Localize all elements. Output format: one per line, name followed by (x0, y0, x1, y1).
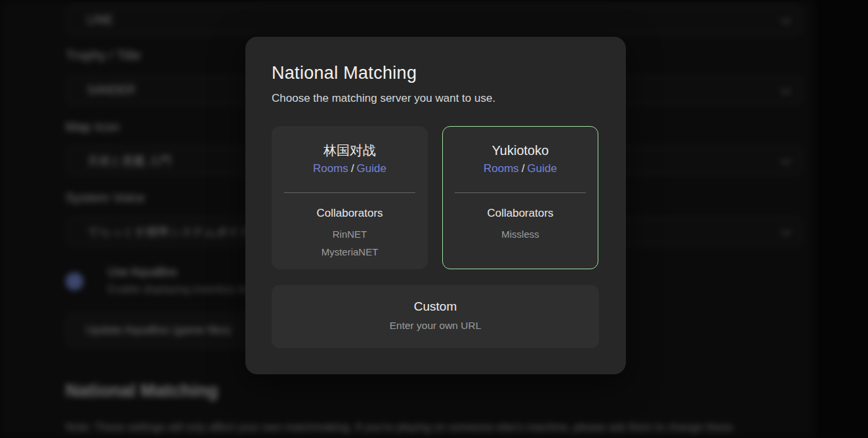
custom-server-card[interactable]: Custom Enter your own URL (272, 285, 599, 348)
server-card-linguo[interactable]: 林国对战 Rooms/Guide Collaborators RinNET My… (272, 126, 428, 269)
rooms-link[interactable]: Rooms (484, 162, 519, 175)
collaborator: Missless (443, 225, 598, 243)
collaborators-heading: Collaborators (272, 206, 427, 221)
custom-subtitle: Enter your own URL (272, 318, 599, 333)
guide-link[interactable]: Guide (527, 162, 557, 175)
collaborator: RinNET (272, 225, 427, 243)
rooms-link[interactable]: Rooms (313, 162, 348, 175)
custom-title: Custom (272, 298, 599, 315)
card-divider (284, 192, 415, 193)
server-name: 林国对战 (272, 142, 427, 158)
collaborator: MysteriaNET (272, 243, 427, 261)
server-card-yukiotoko[interactable]: Yukiotoko Rooms/Guide Collaborators Miss… (442, 126, 598, 269)
guide-link[interactable]: Guide (357, 162, 386, 175)
collaborators-list: RinNET MysteriaNET (272, 225, 427, 261)
server-options: 林国对战 Rooms/Guide Collaborators RinNET My… (272, 126, 600, 269)
collaborators-heading: Collaborators (443, 206, 598, 221)
card-divider (455, 192, 586, 193)
server-links: Rooms/Guide (443, 161, 598, 177)
modal-subtitle: Choose the matching server you want to u… (272, 91, 600, 106)
national-matching-modal: National Matching Choose the matching se… (245, 37, 626, 374)
server-name: Yukiotoko (443, 142, 598, 158)
link-separator: / (351, 162, 354, 175)
link-separator: / (522, 162, 525, 175)
modal-title: National Matching (272, 62, 600, 84)
collaborators-list: Missless (443, 225, 598, 243)
server-links: Rooms/Guide (272, 161, 427, 177)
